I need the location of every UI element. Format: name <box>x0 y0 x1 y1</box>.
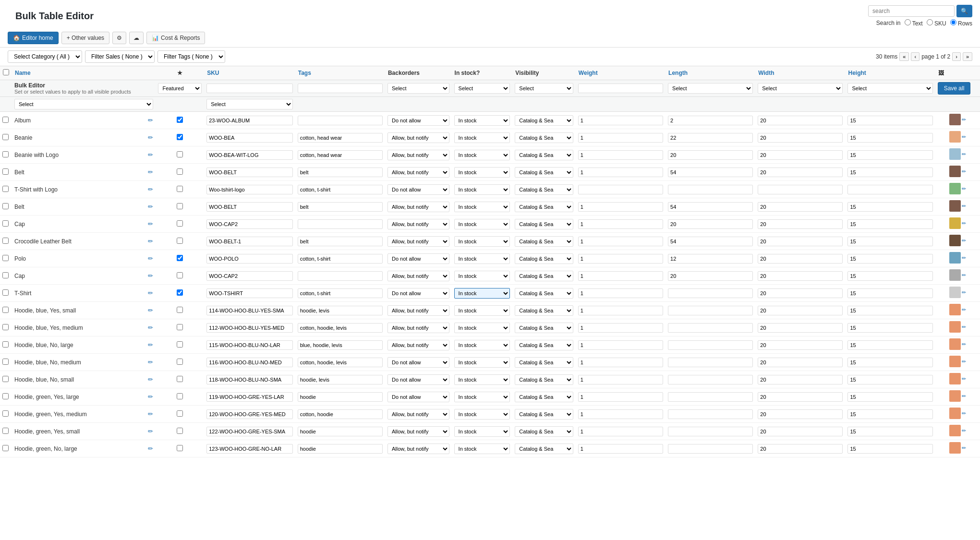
img-edit-icon-9[interactable]: ✏ <box>962 272 966 278</box>
width-input-17[interactable] <box>758 409 843 419</box>
row-checkbox-11[interactable] <box>2 307 9 313</box>
stock-select-10[interactable]: In stock Out of stock On backorder <box>454 288 510 299</box>
length-input-11[interactable] <box>668 306 753 315</box>
sales-filter[interactable]: Filter Sales ( None ) <box>85 50 155 63</box>
img-edit-icon-15[interactable]: ✏ <box>962 376 966 382</box>
backorders-select-1[interactable]: Do not allow Allow, but notify Allow <box>387 132 449 143</box>
weight-input-10[interactable] <box>578 288 663 298</box>
height-input-7[interactable] <box>847 237 932 246</box>
tags-input-18[interactable] <box>298 427 383 436</box>
sku-input-5[interactable] <box>206 202 293 212</box>
featured-checkbox-0[interactable] <box>177 117 183 123</box>
sku-input-3[interactable] <box>206 168 293 177</box>
col-name-header[interactable]: Name <box>12 66 156 80</box>
height-input-12[interactable] <box>847 323 932 333</box>
visibility-select-14[interactable]: Catalog & Sea Catalog Search Hidden <box>515 357 573 368</box>
width-input-5[interactable] <box>758 202 843 212</box>
edit-icon-0[interactable]: ✏ <box>148 117 153 124</box>
tags-input-12[interactable] <box>298 323 383 333</box>
height-input-2[interactable] <box>847 150 932 160</box>
sku-input-0[interactable] <box>206 116 293 125</box>
row-checkbox-14[interactable] <box>2 359 9 365</box>
height-input-4[interactable] <box>847 185 932 194</box>
category-filter[interactable]: Select Category ( All ) <box>8 50 82 63</box>
sku-input-19[interactable] <box>206 444 293 454</box>
length-input-5[interactable] <box>668 202 753 212</box>
weight-input-15[interactable] <box>578 375 663 384</box>
edit-icon-19[interactable]: ✏ <box>148 445 153 452</box>
img-edit-icon-5[interactable]: ✏ <box>962 203 966 209</box>
sku-input-2[interactable] <box>206 150 293 160</box>
edit-icon-16[interactable]: ✏ <box>148 393 153 400</box>
tags-input-3[interactable] <box>298 168 383 177</box>
visibility-select-4[interactable]: Catalog & Sea Catalog Search Hidden <box>515 184 573 195</box>
featured-checkbox-12[interactable] <box>177 324 183 330</box>
edit-icon-15[interactable]: ✏ <box>148 376 153 383</box>
stock-select-16[interactable]: In stock Out of stock On backorder <box>454 392 510 402</box>
save-all-button[interactable]: Save all <box>938 82 971 95</box>
length-input-2[interactable] <box>668 150 753 160</box>
featured-checkbox-8[interactable] <box>177 255 183 261</box>
backorders-select-4[interactable]: Do not allow Allow, but notify Allow <box>387 184 449 195</box>
row-checkbox-6[interactable] <box>2 220 9 227</box>
backorders-select-16[interactable]: Do not allow Allow, but notify Allow <box>387 392 449 402</box>
featured-checkbox-13[interactable] <box>177 341 183 348</box>
bulk-sku-select-row2[interactable]: Select <box>206 99 293 109</box>
bulk-name-select-row2[interactable]: Select <box>14 99 153 109</box>
weight-input-13[interactable] <box>578 340 663 350</box>
tags-input-9[interactable] <box>298 271 383 281</box>
edit-icon-10[interactable]: ✏ <box>148 289 153 297</box>
weight-input-3[interactable] <box>578 168 663 177</box>
length-input-15[interactable] <box>668 375 753 384</box>
row-checkbox-5[interactable] <box>2 203 9 209</box>
length-input-8[interactable] <box>668 254 753 264</box>
bulk-height-select[interactable]: Select <box>847 83 932 94</box>
tags-input-14[interactable] <box>298 358 383 367</box>
search-rows-option[interactable]: Rows <box>950 19 972 27</box>
sku-input-16[interactable] <box>206 392 293 402</box>
img-edit-icon-19[interactable]: ✏ <box>962 445 966 451</box>
sku-input-11[interactable] <box>206 306 293 315</box>
visibility-select-9[interactable]: Catalog & Sea Catalog Search Hidden <box>515 271 573 281</box>
row-checkbox-16[interactable] <box>2 393 9 399</box>
row-checkbox-4[interactable] <box>2 186 9 192</box>
backorders-select-14[interactable]: Do not allow Allow, but notify Allow <box>387 357 449 368</box>
stock-select-11[interactable]: In stock Out of stock On backorder <box>454 305 510 316</box>
visibility-select-17[interactable]: Catalog & Sea Catalog Search Hidden <box>515 409 573 420</box>
height-input-16[interactable] <box>847 392 932 402</box>
backorders-select-6[interactable]: Do not allow Allow, but notify Allow <box>387 219 449 229</box>
weight-input-8[interactable] <box>578 254 663 264</box>
visibility-select-6[interactable]: Catalog & Sea Catalog Search Hidden <box>515 219 573 229</box>
width-input-3[interactable] <box>758 168 843 177</box>
col-sku-header[interactable]: SKU <box>204 66 295 80</box>
height-input-5[interactable] <box>847 202 932 212</box>
img-edit-icon-11[interactable]: ✏ <box>962 307 966 313</box>
row-checkbox-0[interactable] <box>2 117 9 123</box>
img-edit-icon-12[interactable]: ✏ <box>962 324 966 330</box>
stock-select-3[interactable]: In stock Out of stock On backorder <box>454 167 510 178</box>
length-input-13[interactable] <box>668 340 753 350</box>
featured-checkbox-14[interactable] <box>177 359 183 365</box>
length-input-14[interactable] <box>668 358 753 367</box>
featured-checkbox-6[interactable] <box>177 220 183 227</box>
sku-input-15[interactable] <box>206 375 293 384</box>
backorders-select-19[interactable]: Do not allow Allow, but notify Allow <box>387 444 449 454</box>
img-edit-icon-4[interactable]: ✏ <box>962 186 966 192</box>
img-edit-icon-6[interactable]: ✏ <box>962 220 966 227</box>
weight-input-4[interactable] <box>578 185 663 194</box>
width-input-13[interactable] <box>758 340 843 350</box>
bulk-width-select[interactable]: Select <box>758 83 843 94</box>
edit-icon-14[interactable]: ✏ <box>148 359 153 366</box>
backorders-select-3[interactable]: Do not allow Allow, but notify Allow <box>387 167 449 178</box>
stock-select-5[interactable]: In stock Out of stock On backorder <box>454 202 510 212</box>
edit-icon-5[interactable]: ✏ <box>148 203 153 210</box>
tags-input-6[interactable] <box>298 219 383 229</box>
edit-icon-18[interactable]: ✏ <box>148 428 153 435</box>
width-input-2[interactable] <box>758 150 843 160</box>
featured-checkbox-3[interactable] <box>177 168 183 175</box>
visibility-select-5[interactable]: Catalog & Sea Catalog Search Hidden <box>515 202 573 212</box>
featured-checkbox-19[interactable] <box>177 445 183 451</box>
stock-select-15[interactable]: In stock Out of stock On backorder <box>454 374 510 385</box>
row-checkbox-8[interactable] <box>2 255 9 261</box>
stock-select-9[interactable]: In stock Out of stock On backorder <box>454 271 510 281</box>
